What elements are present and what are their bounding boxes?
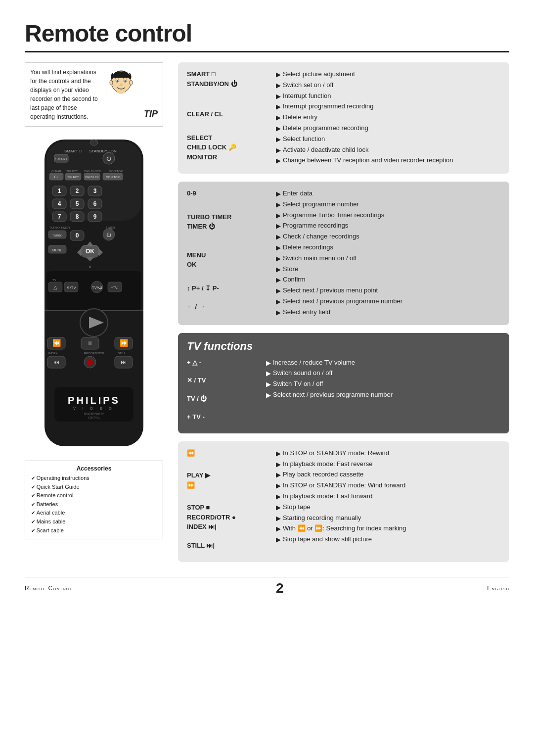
svg-text:RECORD/OTR: RECORD/OTR: [84, 352, 104, 355]
key-p-plus-minus: ↕ P+ / ↧ P-: [187, 284, 266, 293]
svg-text:V I D E O: V I D E O: [73, 407, 115, 410]
accessories-list: Operating instructionsQuick Start GuideR…: [31, 474, 157, 535]
desc-stop-tape: ▶ Stop tape: [276, 502, 500, 513]
svg-text:■: ■: [88, 339, 92, 347]
svg-text:CONTROL: CONTROL: [88, 416, 100, 419]
tv-functions-panel: TV functions + △ - ✕ / TV TV / ⏻: [178, 333, 509, 433]
svg-text:△: △: [53, 284, 57, 290]
footer-right: English: [487, 585, 509, 592]
key-still: STILL ⏭|: [187, 541, 266, 551]
main-layout: You will find explanations for the contr…: [25, 62, 509, 562]
desc-delete-programmed-recording: ▶ Delete programmed recording: [276, 123, 500, 134]
svg-text:1: 1: [58, 188, 61, 194]
title-divider: [25, 51, 509, 52]
desc-index-search: ▶ With ⏪ or ⏩: Searching for index marki…: [276, 523, 500, 534]
key-turbo-timer: TURBO TIMER TIMER ⏻: [187, 212, 266, 232]
panel2-descriptions: ▶ Enter data ▶ Select programme number ▶…: [276, 189, 500, 318]
desc-still-picture: ▶ Stop tape and show still picture: [276, 534, 500, 545]
desc-tv-prog: ▶ Select next / previous programme numbe…: [266, 390, 500, 401]
remote-control-image: SMART □ STANDBY / ON SMART ⏻ CLEAR SELEC…: [35, 135, 153, 453]
svg-text:9: 9: [93, 213, 97, 220]
svg-text:SMART □: SMART □: [64, 149, 82, 153]
svg-text:2: 2: [76, 188, 79, 194]
svg-text:MONITOR: MONITOR: [106, 176, 120, 179]
svg-text:SMART: SMART: [55, 157, 68, 161]
key-select: SELECT CHILD LOCK 🔑 MONITOR: [187, 133, 266, 162]
desc-select-programme-number: ▶ Select programme number: [276, 199, 500, 210]
desc-switch-main-menu: ▶ Switch main menu on / off: [276, 253, 500, 264]
tv-keys: + △ - ✕ / TV TV / ⏻ + TV -: [187, 358, 256, 426]
svg-text:7: 7: [58, 213, 61, 220]
panel3-descriptions: ▶ In STOP or STANDBY mode: Rewind ▶ In p…: [276, 448, 500, 545]
svg-text:+TV-: +TV-: [111, 286, 119, 289]
svg-point-4: [124, 80, 126, 82]
panel3-keys: ⏪ PLAY ▶ ⏩ STOP ■ RECORD/OTR ● INDEX ⏭|: [187, 448, 266, 556]
desc-tv-onoff: ▶ Switch TV on / off: [266, 379, 500, 390]
svg-text:STANDBY / ON: STANDBY / ON: [89, 149, 117, 153]
svg-text:⏪: ⏪: [52, 339, 61, 347]
key-left-right: ← / →: [187, 302, 266, 312]
tv-key-power: TV / ⏻: [187, 394, 256, 404]
svg-text:TV/⏻: TV/⏻: [92, 285, 102, 290]
desc-play-back-cassette: ▶ Play back recorded cassette: [276, 470, 500, 480]
svg-text:6: 6: [93, 200, 97, 207]
svg-text:MENU: MENU: [52, 248, 63, 252]
accessory-item: Operating instructions: [31, 474, 157, 483]
key-smart: SMART □ STANDBY/ON ⏻: [187, 69, 266, 89]
page: Remote control You will find explanation…: [0, 0, 534, 616]
svg-text:⏮: ⏮: [53, 359, 59, 366]
desc-delete-entry: ▶ Delete entry: [276, 112, 500, 123]
desc-select-next-prev-menu: ▶ Select next / previous menu point: [276, 285, 500, 296]
svg-point-6: [130, 80, 133, 85]
svg-text:CHILDLOCK: CHILDLOCK: [84, 170, 101, 173]
key-rewind: ⏪: [187, 448, 266, 458]
desc-stop-standby-rewind: ▶ In STOP or STANDBY mode: Rewind: [276, 448, 500, 459]
svg-text:CHLD LCK: CHLD LCK: [85, 176, 99, 179]
svg-text:⏻: ⏻: [106, 156, 111, 161]
key-clear: CLEAR / CL: [187, 109, 266, 119]
svg-text:MONITOR: MONITOR: [109, 170, 123, 173]
svg-text:P: P: [89, 266, 91, 269]
svg-text:TURBO TIMER: TURBO TIMER: [49, 226, 70, 229]
right-column: SMART □ STANDBY/ON ⏻ CLEAR / CL SELECT C…: [178, 62, 509, 562]
svg-text:CLEAR: CLEAR: [51, 170, 62, 173]
desc-activate-child-lock: ▶ Activate / deactivate child lock: [276, 145, 500, 156]
footer: Remote Control 2 English: [25, 577, 509, 596]
accessory-item: Mains cable: [31, 518, 157, 526]
tv-descriptions: ▶ Increase / reduce TV volume ▶ Switch s…: [266, 358, 500, 426]
desc-store: ▶ Store: [276, 264, 500, 275]
svg-text:OK: OK: [86, 248, 94, 255]
svg-text:3: 3: [93, 188, 97, 194]
accessory-item: Quick Start Guide: [31, 483, 157, 492]
desc-stop-standby-forward: ▶ In STOP or STANDBY mode: Wind forward: [276, 480, 500, 491]
desc-programme-recordings: ▶ Programme recordings: [276, 221, 500, 232]
accessory-item: Remote control: [31, 491, 157, 500]
desc-tv-sound: ▶ Switch sound on / off: [266, 368, 500, 379]
panel1-keys: SMART □ STANDBY/ON ⏻ CLEAR / CL SELECT C…: [187, 69, 266, 167]
desc-playback-fast-reverse: ▶ In playback mode: Fast reverse: [276, 459, 500, 470]
desc-switch-set-on-off: ▶ Switch set on / off: [276, 80, 500, 91]
panel2-keys: 0-9 TURBO TIMER TIMER ⏻ MENU OK: [187, 189, 266, 317]
desc-interrupt-function: ▶ Interrupt function: [276, 91, 500, 102]
svg-point-5: [110, 80, 113, 85]
footer-left: Remote Control: [25, 585, 72, 592]
key-menu-ok: MENU OK: [187, 250, 266, 270]
desc-select-picture: ▶ Select picture adjustment: [276, 69, 500, 80]
desc-start-recording-manually: ▶ Starting recording manually: [276, 513, 500, 524]
tip-box: You will find explanations for the contr…: [25, 62, 163, 127]
svg-text:MULTIBRAND TV: MULTIBRAND TV: [84, 412, 104, 415]
desc-programme-turbo-timer: ▶ Programme Turbo Timer recordings: [276, 210, 500, 221]
svg-text:⏻: ⏻: [106, 232, 111, 237]
tv-key-sound: ✕ / TV: [187, 376, 256, 386]
svg-text:8: 8: [76, 213, 79, 220]
desc-change-tv-reception: ▶ Change between TV reception and video …: [276, 155, 500, 166]
footer-page-number: 2: [276, 580, 284, 596]
svg-text:4: 4: [58, 200, 61, 207]
accessories-title: Accessories: [31, 465, 157, 472]
tip-label: TIP: [141, 109, 158, 121]
key-stop: STOP ■ RECORD/OTR ● INDEX ⏭|: [187, 503, 266, 532]
desc-select-function: ▶ Select function: [276, 134, 500, 145]
svg-text:STILL: STILL: [118, 352, 126, 355]
tv-key-volume: + △ -: [187, 358, 256, 368]
svg-text:5: 5: [76, 200, 79, 207]
